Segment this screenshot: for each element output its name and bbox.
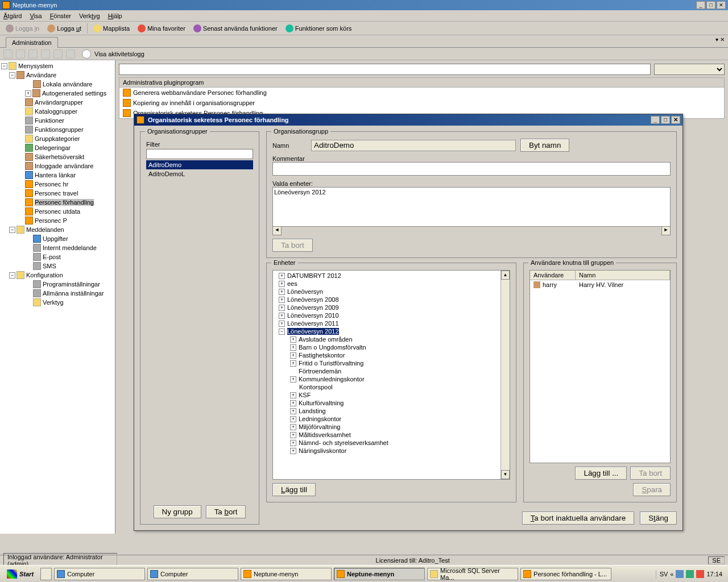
tab-controls[interactable]: ▾ ✕ (715, 36, 725, 43)
expand-icon[interactable]: + (279, 281, 285, 287)
filter-select[interactable] (654, 64, 725, 75)
units-tree[interactable]: +DATUMBRYT 2012 +ees +Löneöversyn +Löneö… (272, 270, 510, 480)
expand-icon[interactable]: + (290, 432, 296, 438)
expand-icon[interactable]: + (290, 360, 296, 367)
quicklaunch-icon[interactable] (40, 568, 52, 580)
menu-window[interactable]: Fönster (50, 13, 71, 19)
running-button[interactable]: Funktioner som körs (283, 23, 354, 34)
expand-icon[interactable]: + (279, 273, 285, 279)
name-input[interactable] (311, 140, 516, 151)
taskbar-item[interactable]: Microsoft SQL Server Ma... (427, 568, 518, 580)
dialog-maximize-button[interactable]: □ (661, 116, 670, 124)
expand-icon[interactable]: + (25, 90, 31, 97)
expand-icon[interactable]: + (290, 400, 296, 406)
search-input[interactable] (119, 64, 651, 75)
collapse-icon[interactable]: − (279, 329, 285, 335)
close-button[interactable]: ✕ (717, 1, 726, 9)
tray-expand-icon[interactable]: « (670, 571, 673, 577)
expand-icon[interactable]: + (290, 336, 296, 343)
app-icon (523, 570, 531, 578)
remove-unit-button[interactable]: Ta bort (272, 239, 313, 252)
add-unit-button[interactable]: Lägg till (272, 483, 316, 496)
expand-icon[interactable]: + (290, 352, 296, 359)
scroll-down-button[interactable]: ▼ (501, 470, 510, 479)
collapse-icon[interactable]: − (9, 227, 15, 233)
dialog-minimize-button[interactable]: _ (651, 116, 660, 124)
tray-icon[interactable] (696, 570, 704, 578)
comment-input[interactable] (272, 162, 671, 176)
expand-icon[interactable]: + (290, 392, 296, 398)
expand-icon[interactable]: + (290, 408, 296, 414)
plugin-item[interactable]: Kopiering av innehåll i organisationsgru… (119, 98, 724, 108)
save-button[interactable]: Spara (633, 483, 671, 496)
main-toolbar: Logga in Logga ut Mapplista Mina favorit… (0, 22, 728, 35)
collapse-icon[interactable]: − (9, 272, 15, 278)
expand-icon[interactable]: + (279, 313, 285, 319)
plugin-item[interactable]: Generera webbanvändare Personec förhandl… (119, 88, 724, 98)
maximize-button[interactable]: □ (706, 1, 715, 9)
links-icon (25, 171, 33, 179)
expand-icon[interactable]: + (290, 448, 296, 454)
org-list[interactable]: AditroDemo AditroDemoL (146, 160, 253, 501)
menu-tools[interactable]: Verktyg (79, 13, 100, 19)
collapse-icon[interactable]: − (1, 63, 7, 69)
col-user[interactable]: Användare (530, 271, 576, 280)
menu-action[interactable]: Åtgärd (3, 13, 22, 19)
menu-bar: Åtgärd Visa Fönster Verktyg Hjälp (0, 10, 728, 22)
rename-button[interactable]: Byt namn (520, 139, 569, 152)
login-button[interactable]: Logga in (3, 23, 42, 34)
new-group-button[interactable]: Ny grupp (154, 505, 201, 518)
remove-user-button[interactable]: Ta bort (630, 467, 671, 480)
add-user-button[interactable]: Lägg till ... (575, 467, 627, 480)
dialog-title-bar[interactable]: Organisatorisk sekretess Personec förhan… (134, 114, 682, 126)
menu-help[interactable]: Hjälp (108, 13, 122, 19)
expand-icon[interactable]: + (279, 321, 285, 327)
expand-icon[interactable]: + (290, 416, 296, 422)
start-button[interactable]: Start (2, 568, 38, 580)
recent-button[interactable]: Senast använda funktioner (191, 23, 280, 34)
delete-group-button[interactable]: Ta bort (206, 505, 246, 518)
selected-units-list[interactable]: Löneöversyn 2012 (272, 187, 671, 227)
taskbar-item[interactable]: Computer (147, 568, 238, 580)
expand-icon[interactable]: + (290, 424, 296, 430)
remove-inactive-button[interactable]: Ta bort inaktuella användare (522, 512, 634, 525)
minimize-button[interactable]: _ (696, 1, 705, 9)
favorites-button[interactable]: Mina favoriter (135, 23, 188, 34)
tray-icon[interactable] (686, 570, 694, 578)
show-activity-log[interactable]: Visa aktivitetslogg (94, 51, 144, 57)
expand-icon[interactable]: + (290, 344, 296, 351)
org-item[interactable]: AditroDemoL (146, 169, 253, 178)
user-row[interactable]: harry Harry HV. Vilner (530, 280, 670, 289)
user-icon (33, 80, 41, 88)
expand-icon[interactable]: + (279, 289, 285, 295)
org-secrecy-dialog: Organisatorisk sekretess Personec förhan… (134, 114, 683, 531)
logout-button[interactable]: Logga ut (45, 23, 84, 34)
clock[interactable]: 17:14 (706, 571, 722, 577)
scroll-right-button[interactable]: ► (661, 226, 671, 235)
taskbar-item[interactable]: Personec förhandling - L... (520, 568, 611, 580)
search-icon[interactable] (82, 49, 91, 59)
taskbar-item-active[interactable]: Neptune-menyn (334, 568, 425, 580)
taskbar-item[interactable]: Computer (54, 568, 145, 580)
menu-view[interactable]: Visa (30, 13, 42, 19)
org-item[interactable]: AditroDemo (146, 160, 253, 169)
scroll-left-button[interactable]: ◄ (272, 226, 282, 235)
expand-icon[interactable]: + (279, 297, 285, 303)
taskbar-item[interactable]: Neptune-menyn (241, 568, 332, 580)
navigation-tree[interactable]: −Menysystem −Användare Lokala användare … (0, 60, 115, 534)
org-group-panel: Organisationsgrupp Namn Byt namn Komment… (266, 131, 677, 258)
filter-input[interactable] (146, 149, 253, 159)
scroll-up-button[interactable]: ▲ (501, 271, 510, 280)
scrollbar[interactable]: ▲ ▼ (500, 271, 510, 479)
tab-administration[interactable]: Administration (6, 37, 58, 48)
folderlist-button[interactable]: Mapplista (91, 23, 132, 34)
lang-indicator[interactable]: SV (660, 571, 668, 577)
collapse-icon[interactable]: − (9, 72, 15, 78)
expand-icon[interactable]: + (290, 376, 296, 383)
col-name[interactable]: Namn (576, 271, 670, 280)
close-dialog-button[interactable]: Stäng (640, 512, 677, 525)
expand-icon[interactable]: + (279, 305, 285, 311)
expand-icon[interactable]: + (290, 440, 296, 446)
tray-icon[interactable] (676, 570, 684, 578)
dialog-close-button[interactable]: ✕ (671, 116, 680, 124)
